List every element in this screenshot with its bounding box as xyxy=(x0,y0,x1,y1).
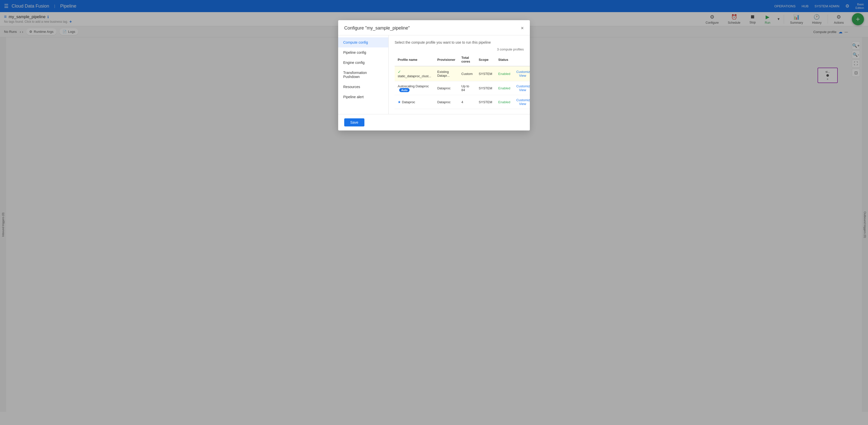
profile-name-1: static_dataproc_clust... xyxy=(398,74,431,78)
sidebar-item-compute-config[interactable]: Compute config xyxy=(338,37,389,48)
scope-3: SYSTEM xyxy=(475,95,495,109)
sidebar-item-pipeline-alert[interactable]: Pipeline alert xyxy=(338,92,389,102)
modal-title: Configure "my_sample_pipeline" xyxy=(344,26,410,31)
table-row[interactable]: Autoscaling Dataproc Auto Dataproc Up to… xyxy=(395,81,530,95)
content-subtitle: Select the compute profile you want to u… xyxy=(395,40,524,45)
view-link-3[interactable]: View xyxy=(519,102,526,106)
table-row[interactable]: ✓ static_dataproc_clust... Existing Data… xyxy=(395,66,530,81)
modal-footer: Save xyxy=(338,114,530,131)
compute-profiles-table: Profile name Provisioner Total cores Sco… xyxy=(395,53,530,109)
profile-name-2: Autoscaling Dataproc xyxy=(398,84,429,88)
table-row[interactable]: ★ Dataproc Dataproc 4 SYSTEM Enabled Cus… xyxy=(395,95,530,109)
scope-2: SYSTEM xyxy=(475,81,495,95)
save-button[interactable]: Save xyxy=(344,118,364,126)
modal-sidebar: Compute config Pipeline config Engine co… xyxy=(338,35,389,114)
configure-modal: Configure "my_sample_pipeline" × Compute… xyxy=(338,20,530,131)
sidebar-item-engine-config[interactable]: Engine config xyxy=(338,58,389,68)
col-header-status: Status xyxy=(495,53,514,66)
provisioner-1: Existing Datapr... xyxy=(434,66,459,81)
col-header-total-cores: Total cores xyxy=(459,53,476,66)
total-cores-1: Custom xyxy=(459,66,476,81)
profile-name-3: Dataproc xyxy=(402,100,415,104)
modal-close-button[interactable]: × xyxy=(521,25,524,31)
star-icon: ★ xyxy=(398,100,401,104)
profile-count: 3 compute profiles xyxy=(395,48,524,51)
status-2: Enabled xyxy=(498,86,510,90)
view-link-1[interactable]: View xyxy=(519,74,526,78)
modal-body: Compute config Pipeline config Engine co… xyxy=(338,35,530,114)
selected-check-icon: ✓ xyxy=(398,70,401,74)
col-header-actions xyxy=(513,53,530,66)
sidebar-item-transformation-pushdown[interactable]: Transformation Pushdown xyxy=(338,68,389,82)
customize-link-3[interactable]: Customize xyxy=(516,98,530,102)
view-link-2[interactable]: View xyxy=(519,88,526,92)
sidebar-item-pipeline-config[interactable]: Pipeline config xyxy=(338,48,389,58)
total-cores-3: 4 xyxy=(459,95,476,109)
auto-badge: Auto xyxy=(399,88,409,92)
customize-link-1[interactable]: Customize xyxy=(516,70,530,74)
provisioner-3: Dataproc xyxy=(434,95,459,109)
row-check-col: ✓ static_dataproc_clust... xyxy=(395,66,434,81)
table-header-row: Profile name Provisioner Total cores Sco… xyxy=(395,53,530,66)
col-header-profile-name: Profile name xyxy=(395,53,434,66)
scope-1: SYSTEM xyxy=(475,66,495,81)
row-check-col-2: Autoscaling Dataproc Auto xyxy=(395,81,434,95)
modal-main-content: Select the compute profile you want to u… xyxy=(389,35,530,114)
status-3: Enabled xyxy=(498,100,510,104)
sidebar-item-resources[interactable]: Resources xyxy=(338,82,389,92)
col-header-scope: Scope xyxy=(475,53,495,66)
total-cores-2: Up to 84 xyxy=(459,81,476,95)
col-header-provisioner: Provisioner xyxy=(434,53,459,66)
customize-link-2[interactable]: Customize xyxy=(516,84,530,88)
modal-header: Configure "my_sample_pipeline" × xyxy=(338,20,530,35)
status-1: Enabled xyxy=(498,72,510,76)
row-check-col-3: ★ Dataproc xyxy=(395,95,434,109)
modal-overlay: Configure "my_sample_pipeline" × Compute… xyxy=(0,0,868,412)
provisioner-2: Dataproc xyxy=(434,81,459,95)
